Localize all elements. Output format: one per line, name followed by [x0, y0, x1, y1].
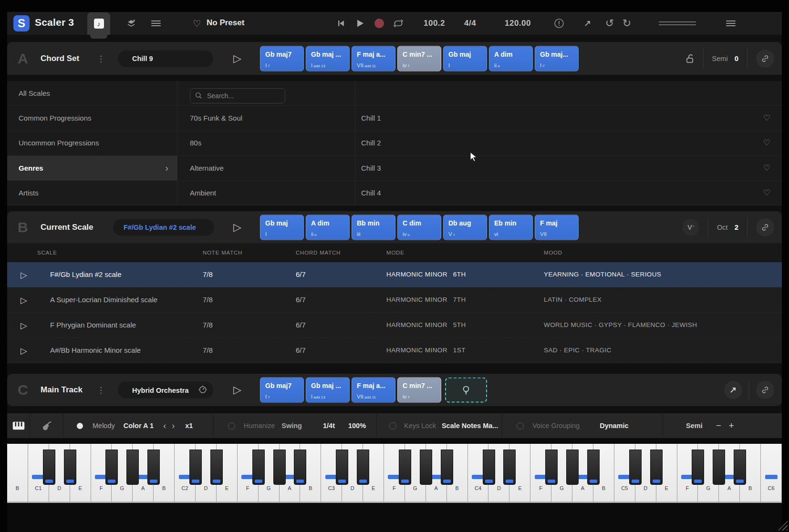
- diminished-badge[interactable]: V°: [682, 219, 699, 236]
- info-icon[interactable]: [550, 12, 568, 35]
- chord-pad[interactable]: Gb majI: [443, 46, 487, 71]
- octave-control[interactable]: Oct 2: [717, 223, 738, 231]
- black-key-a#[interactable]: [294, 450, 306, 485]
- genre-item[interactable]: Alternative: [177, 156, 355, 181]
- black-key-f#[interactable]: [399, 450, 411, 485]
- color-selector[interactable]: Color A 1: [124, 422, 154, 430]
- genre-item[interactable]: 80s: [177, 131, 355, 155]
- black-key-g#[interactable]: [713, 450, 725, 485]
- time-signature[interactable]: 4/4: [464, 19, 476, 28]
- layers-icon[interactable]: [122, 12, 141, 35]
- keys-lock-toggle[interactable]: [389, 422, 396, 430]
- chord-pad[interactable]: Gb maj...I7: [535, 46, 579, 71]
- play-section-icon[interactable]: ▷: [233, 52, 241, 65]
- black-key-c#[interactable]: [483, 450, 495, 485]
- preset-item[interactable]: Chill 4♡: [355, 181, 782, 205]
- scale-table-row[interactable]: ▷F#/Gb Lydian #2 scale7/86/7HARMONIC MIN…: [7, 262, 782, 287]
- heart-icon[interactable]: ♡: [763, 163, 770, 173]
- chord-pad[interactable]: A dimiio: [306, 215, 350, 240]
- voice-grouping-value[interactable]: Dynamic: [600, 422, 628, 430]
- drag-handle-lines[interactable]: [656, 12, 699, 35]
- black-key-a#[interactable]: [441, 450, 453, 485]
- play-button[interactable]: [352, 12, 369, 35]
- black-key-a#[interactable]: [587, 450, 600, 485]
- chord-pad[interactable]: Gb maj7I7: [260, 46, 304, 71]
- black-key-f#[interactable]: [545, 450, 558, 485]
- kebab-menu-icon[interactable]: ⋮: [97, 385, 105, 395]
- chord-pad[interactable]: Gb maj ...Iadd 13: [306, 378, 350, 403]
- chord-pad[interactable]: F maj a...VIIadd 11: [352, 46, 395, 71]
- playhead-position[interactable]: 100.2: [424, 19, 445, 28]
- chord-pad[interactable]: F majVII: [535, 215, 579, 240]
- col-mood[interactable]: MOOD: [544, 250, 562, 256]
- chord-pad[interactable]: Gb maj ...Iadd 13: [306, 46, 350, 71]
- lock-icon[interactable]: [685, 53, 695, 64]
- chord-pad[interactable]: Eb minvi: [489, 215, 533, 240]
- col-scale[interactable]: SCALE: [37, 250, 57, 256]
- color-prev-button[interactable]: ‹: [160, 421, 169, 431]
- scale-table-row[interactable]: ▷A Super-Locrian Diminished scale7/86/7H…: [7, 287, 782, 313]
- black-key-f#[interactable]: [252, 450, 265, 485]
- heart-icon[interactable]: ♡: [763, 188, 770, 198]
- chord-pad[interactable]: Gb majI: [260, 215, 304, 240]
- swing-amount-value[interactable]: 100%: [348, 422, 366, 430]
- preset-item[interactable]: Chill 2♡: [355, 131, 782, 155]
- multiplier-value[interactable]: x1: [185, 422, 193, 430]
- chord-pad[interactable]: Bb miniii: [352, 215, 395, 240]
- chord-set-selector[interactable]: Chill 9: [118, 50, 213, 67]
- semi-plus-button[interactable]: +: [725, 420, 738, 431]
- preset-item[interactable]: Chill 3♡: [355, 156, 782, 181]
- search-input[interactable]: [206, 92, 280, 100]
- black-key-d#[interactable]: [357, 450, 369, 485]
- tempo-value[interactable]: 120.00: [505, 19, 531, 28]
- link-button[interactable]: [756, 218, 774, 236]
- chord-pad[interactable]: A dimiio: [489, 46, 533, 71]
- black-key-d#[interactable]: [650, 450, 663, 485]
- black-key-g#[interactable]: [273, 450, 286, 485]
- white-key-c6[interactable]: C6: [761, 444, 782, 503]
- share-arrow-icon[interactable]: [579, 12, 597, 35]
- loop-icon[interactable]: [389, 12, 408, 35]
- chord-pad[interactable]: C min7 ...iv7: [397, 46, 441, 71]
- keys-lock-value[interactable]: Scale Notes Ma...: [442, 422, 498, 430]
- col-mode[interactable]: MODE: [386, 250, 405, 256]
- list-view-icon[interactable]: [146, 12, 166, 35]
- black-key-c#[interactable]: [629, 450, 642, 485]
- preset-item[interactable]: Chill 1♡: [355, 106, 782, 131]
- black-key-c#[interactable]: [336, 450, 348, 485]
- black-key-f#[interactable]: [692, 450, 704, 485]
- genre-item[interactable]: 70s Funk & Soul: [177, 106, 355, 131]
- black-key-a#[interactable]: [147, 450, 160, 485]
- col-note-match[interactable]: NOTE MATCH: [203, 250, 242, 256]
- swing-rate-value[interactable]: 1/4t: [323, 422, 335, 430]
- black-key-d#[interactable]: [503, 450, 516, 485]
- guitar-view-button[interactable]: [30, 413, 63, 438]
- chord-pad[interactable]: F maj a...VIIadd 11: [352, 378, 395, 403]
- link-button[interactable]: [756, 50, 774, 68]
- black-key-g#[interactable]: [420, 450, 432, 485]
- black-key-d#[interactable]: [210, 450, 223, 485]
- record-button[interactable]: [371, 12, 388, 35]
- color-next-button[interactable]: ›: [169, 421, 177, 431]
- link-button[interactable]: [756, 381, 774, 399]
- semi-minus-button[interactable]: −: [712, 420, 725, 431]
- row-play-icon[interactable]: ▷: [21, 270, 27, 280]
- play-section-icon[interactable]: ▷: [233, 384, 241, 396]
- current-scale-selector[interactable]: F#/Gb Lydian #2 scale: [113, 219, 214, 235]
- kebab-menu-icon[interactable]: ⋮: [97, 53, 105, 63]
- row-play-icon[interactable]: ▷: [21, 295, 27, 306]
- play-section-icon[interactable]: ▷: [233, 221, 241, 234]
- undo-icon[interactable]: ↺: [602, 12, 618, 35]
- col-chord-match[interactable]: CHORD MATCH: [296, 250, 341, 256]
- humanize-toggle[interactable]: [228, 422, 235, 430]
- black-key-c#[interactable]: [189, 450, 202, 485]
- redo-icon[interactable]: ↻: [619, 12, 635, 35]
- heart-icon[interactable]: ♡: [763, 113, 770, 123]
- row-play-icon[interactable]: ▷: [21, 346, 27, 356]
- black-key-a#[interactable]: [734, 450, 746, 485]
- melody-dot-icon[interactable]: [77, 423, 83, 429]
- voice-grouping-toggle[interactable]: [517, 422, 524, 430]
- instrument-selector[interactable]: Hybrid Orchestra: [118, 382, 213, 399]
- skip-back-icon[interactable]: [332, 12, 350, 35]
- black-key-c#[interactable]: [43, 450, 55, 485]
